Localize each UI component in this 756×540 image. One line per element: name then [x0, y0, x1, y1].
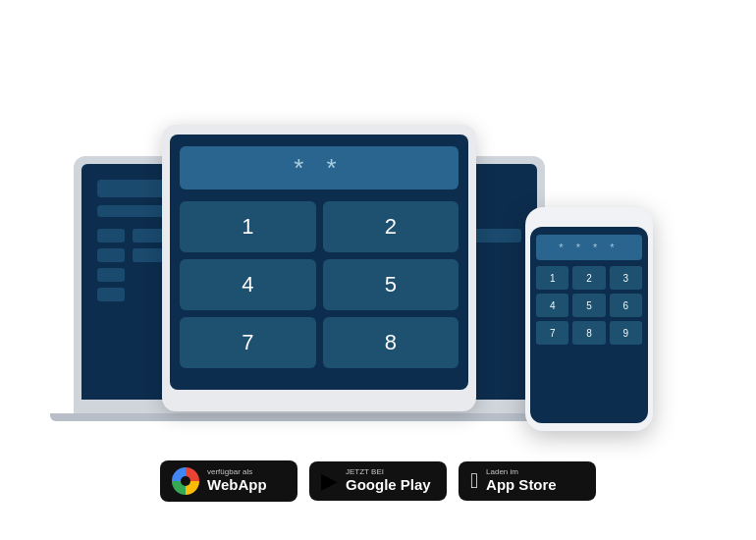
- phone-key-1[interactable]: 1: [536, 266, 568, 290]
- googleplay-badge-sub: JETZT BEI: [346, 468, 431, 476]
- appstore-badge-main: App Store: [486, 476, 557, 494]
- tablet-keypad: 1 2 4 5 7 8: [180, 201, 459, 368]
- appstore-badge[interactable]:  Laden im App Store: [459, 461, 596, 501]
- appstore-badge-sub: Laden im: [486, 468, 557, 476]
- phone-key-7[interactable]: 7: [536, 321, 568, 345]
- phone-key-6[interactable]: 6: [610, 294, 642, 317]
- phone-key-4[interactable]: 4: [536, 294, 568, 317]
- googleplay-badge[interactable]: ▶ JETZT BEI Google Play: [309, 461, 447, 501]
- google-play-icon: ▶: [321, 468, 338, 494]
- laptop-sidebar-item: [97, 268, 125, 282]
- phone-device: * * * * 1 2 3 4 5 6 7 8 9: [525, 207, 653, 431]
- tablet-key-8[interactable]: 8: [323, 317, 459, 368]
- apple-icon: : [470, 468, 478, 494]
- laptop-sidebar-item: [97, 229, 125, 243]
- phone-key-8[interactable]: 8: [572, 321, 605, 345]
- device-scene: * * 1 2 4 5 7 8 * * * * 1: [44, 38, 712, 451]
- phone-keypad: 1 2 3 4 5 6 7 8 9: [536, 266, 642, 345]
- tablet-key-1[interactable]: 1: [180, 201, 316, 252]
- tablet-device: * * 1 2 4 5 7 8: [162, 125, 476, 411]
- phone-notch: [569, 215, 609, 223]
- phone-key-2[interactable]: 2: [572, 266, 605, 290]
- tablet-key-4[interactable]: 4: [180, 259, 316, 310]
- tablet-pin-display: * *: [180, 146, 459, 189]
- phone-key-5[interactable]: 5: [572, 294, 605, 317]
- webapp-badge-main: WebApp: [207, 476, 267, 494]
- tablet-home-indicator: [316, 396, 322, 402]
- laptop-sidebar-item: [97, 248, 125, 262]
- store-badges: verfügbar als WebApp ▶ JETZT BEI Google …: [160, 460, 596, 502]
- tablet-key-5[interactable]: 5: [323, 259, 459, 310]
- phone-key-9[interactable]: 9: [610, 321, 642, 345]
- webapp-badge-sub: verfügbar als: [207, 468, 267, 476]
- tablet-key-2[interactable]: 2: [323, 201, 459, 252]
- googleplay-badge-main: Google Play: [346, 476, 431, 494]
- phone-key-3[interactable]: 3: [610, 266, 642, 290]
- webapp-icon: [172, 467, 199, 495]
- webapp-badge[interactable]: verfügbar als WebApp: [160, 460, 297, 502]
- laptop-sidebar-item: [97, 288, 125, 301]
- phone-pin-display: * * * *: [536, 235, 642, 260]
- tablet-key-7[interactable]: 7: [180, 317, 316, 368]
